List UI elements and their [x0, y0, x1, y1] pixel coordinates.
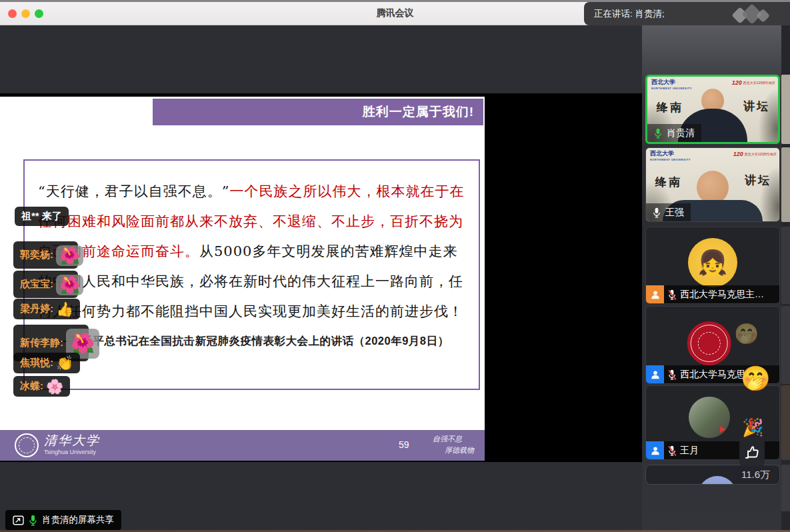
video-tile-wangqiang[interactable]: 西北大学 NORTHWEST UNIVERSITY 120 西北大学120周年校… — [645, 147, 780, 222]
chat-message: 梁丹婷: 👍 — [13, 299, 80, 319]
avatar: 👧 — [688, 238, 737, 287]
chat-sender: 冰蝶: — [20, 380, 43, 393]
member-badge-icon — [646, 441, 664, 459]
anniversary-banner: 120 西北大学120周年校庆 — [733, 151, 777, 157]
chat-system-text: 祖** 来了 — [21, 210, 62, 223]
flower-emoji: 🌺 — [56, 245, 83, 266]
participant-name-bar: 西北大学马克思主… — [646, 285, 779, 303]
mic-on-icon — [29, 515, 37, 526]
video-tile-partial[interactable]: 11.6万 — [645, 465, 780, 485]
anniversary-banner: 120 西北大学120周年校庆 — [732, 79, 775, 86]
backdrop-calligraphy-left: 绛南 — [657, 100, 683, 115]
chat-sender: 梁丹婷: — [20, 303, 53, 315]
like-count: 11.6万 — [741, 469, 770, 481]
thumbs-up-emoji: 👍 — [56, 302, 73, 316]
member-badge-icon — [646, 285, 664, 303]
mic-on-icon — [653, 207, 661, 218]
video-tile-nwu-marxism-1[interactable]: 👧 西北大学马克思主… — [645, 227, 780, 304]
mic-muted-icon — [668, 369, 676, 380]
chat-message: 焦琪悦: 👏 — [13, 353, 80, 373]
thumbs-up-reaction-button[interactable] — [739, 437, 765, 467]
avatar — [689, 397, 730, 438]
screen-share-region: 胜利一定属于我们! “天行健，君子以自强不息。”一个民族之所以伟大，根本就在于在… — [0, 93, 642, 462]
chat-sender: 新传李静: — [20, 337, 63, 349]
participants-video-sidebar[interactable]: 西北大学 NORTHWEST UNIVERSITY 120 西北大学120周年校… — [642, 25, 790, 532]
participant-name: 西北大学马克思主… — [680, 289, 764, 301]
chat-sender: 郭奕杨: — [20, 249, 53, 261]
video-tile-xiaoguiqing[interactable]: 西北大学 NORTHWEST UNIVERSITY 120 西北大学120周年校… — [645, 75, 780, 144]
chat-sender: 焦琪悦: — [20, 357, 53, 369]
slide-page-number: 59 — [399, 439, 409, 450]
screen-share-icon — [13, 515, 24, 525]
share-label-text: 肖贵清的屏幕共享 — [42, 514, 114, 526]
quote-text: “天行健，君子以自强不息。”一个民族之所以伟大，根本就在于在任何困难和风险面前都… — [25, 161, 479, 327]
quote-opening: “天行健，君子以自强不息。” — [38, 183, 229, 199]
participant-name: 王强 — [665, 207, 684, 219]
thumbs-up-icon — [743, 443, 761, 461]
university-seal-avatar — [687, 321, 731, 365]
northwest-university-logo: 西北大学 NORTHWEST UNIVERSITY — [650, 151, 691, 163]
slide-footer-bar: 清华大学 Tsinghua University 59 自强不息 厚德载物 — [0, 430, 485, 461]
tsinghua-seal-icon — [15, 433, 39, 457]
party-popper-emoji: 🎉 — [742, 419, 763, 436]
participant-name: 王月 — [680, 445, 699, 457]
participant-name-bar: 王强 — [646, 203, 691, 221]
member-badge-icon — [646, 365, 664, 383]
chat-system-message: 祖** 来了 — [15, 207, 69, 226]
shy-emoji: 🤭 — [741, 367, 771, 391]
screen-share-status-label: 肖贵清的屏幕共享 — [5, 510, 121, 530]
northwest-university-logo: 西北大学 NORTHWEST UNIVERSITY — [651, 79, 692, 91]
backdrop-calligraphy-left: 绛南 — [655, 175, 682, 190]
university-motto: 自强不息 厚德载物 — [433, 433, 474, 456]
slide-title-bar: 胜利一定属于我们! — [153, 99, 483, 125]
active-speaker-label: 正在讲话: 肖贵清; — [594, 8, 665, 20]
speaker-head — [697, 171, 729, 204]
blossom-emoji: 🌸 — [46, 379, 63, 393]
chat-message: 欣宝宝: 🌺 — [13, 271, 78, 298]
avatar-partial — [698, 476, 737, 485]
chat-message: 郭奕杨: 🌺 — [13, 241, 78, 269]
clap-emoji: 👏 — [56, 356, 73, 370]
participant-name-bar: 肖贵清 — [647, 124, 701, 142]
shy-emoji: 🤭 — [734, 324, 759, 344]
university-name-cn: 清华大学 — [44, 432, 100, 449]
mic-speaking-icon — [654, 128, 662, 139]
backdrop-calligraphy-right: 讲坛 — [743, 99, 770, 114]
chat-sender: 欣宝宝: — [20, 278, 53, 291]
mic-muted-icon — [668, 289, 676, 300]
flower-emoji: 🌺 — [56, 275, 83, 295]
backdrop-calligraphy-right: 讲坛 — [745, 173, 771, 188]
meeting-watermark-logo-icon — [733, 5, 774, 24]
chat-message: 冰蝶: 🌸 — [13, 376, 70, 397]
motto-line-1: 自强不息 — [433, 433, 474, 445]
university-name-en: Tsinghua University — [44, 449, 96, 455]
active-speaker-banner: 正在讲话: 肖贵清; — [584, 2, 790, 25]
motto-line-2: 厚德载物 — [433, 445, 474, 456]
next-column-sliver — [781, 25, 790, 532]
mic-muted-icon — [668, 445, 676, 456]
participant-name: 肖贵清 — [667, 127, 695, 139]
